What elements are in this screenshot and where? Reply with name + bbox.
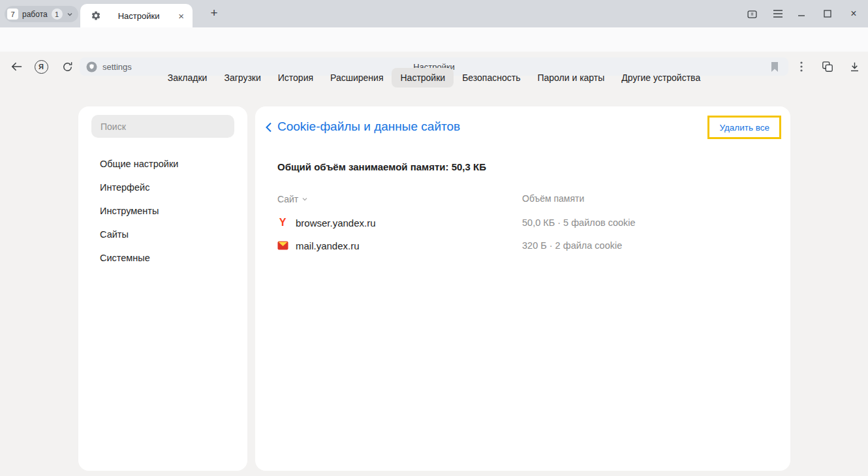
nav-downloads[interactable]: Загрузки (215, 68, 269, 87)
total-memory-label: Общий объём занимаемой памяти: 50,3 КБ (277, 161, 486, 172)
tab-title: Настройки (101, 11, 176, 21)
site-name: mail.yandex.ru (296, 240, 360, 251)
sort-chevron-icon[interactable] (302, 197, 308, 202)
titlebar: 7 работа 1 Настройки × + × (0, 0, 868, 27)
minimize-button[interactable] (794, 6, 809, 22)
settings-nav: Закладки Загрузки История Расширения Нас… (0, 68, 868, 87)
close-button[interactable]: × (846, 6, 861, 22)
back-chevron-icon[interactable] (265, 122, 272, 133)
site-column-header[interactable]: Сайт (277, 194, 308, 204)
page-title[interactable]: Cookie-файлы и данные сайтов (277, 119, 460, 134)
gear-icon (91, 10, 101, 21)
menu-hamburger-icon[interactable] (770, 6, 786, 22)
yandex-browser-favicon: Y (277, 217, 288, 229)
table-header: Сайт Объём памяти (277, 193, 768, 206)
site-size: 50,0 КБ · 5 файлов cookie (522, 217, 636, 228)
chevron-down-icon[interactable] (67, 11, 73, 18)
nav-extensions[interactable]: Расширения (322, 68, 392, 87)
size-column-header: Объём памяти (522, 193, 584, 204)
settings-sidebar: Общие настройки Интерфейс Инструменты Са… (78, 106, 247, 471)
sidebar-item-interface[interactable]: Интерфейс (78, 176, 247, 199)
delete-all-button[interactable]: Удалить все (709, 123, 779, 133)
table-row[interactable]: mail.yandex.ru (277, 238, 360, 253)
nav-passwords[interactable]: Пароли и карты (529, 68, 613, 87)
yandex-mail-favicon (277, 240, 288, 251)
site-name: browser.yandex.ru (296, 217, 376, 229)
nav-settings[interactable]: Настройки (392, 68, 454, 87)
tab-group-chip[interactable]: 7 работа 1 (5, 6, 78, 22)
sidebar-item-sites[interactable]: Сайты (78, 223, 247, 246)
nav-other-devices[interactable]: Другие устройства (613, 68, 709, 87)
table-row[interactable]: Y browser.yandex.ru (277, 215, 376, 230)
tab-group-badge: 7 (7, 8, 18, 20)
browser-window: 7 работа 1 Настройки × + × (0, 0, 868, 476)
new-tab-button[interactable]: + (206, 5, 222, 21)
sidebar-item-system[interactable]: Системные (78, 246, 247, 270)
search-input[interactable] (91, 115, 234, 138)
tab-group-label: работа (22, 10, 48, 19)
nav-security[interactable]: Безопасность (454, 68, 529, 87)
sidebar-item-tools[interactable]: Инструменты (78, 199, 247, 223)
tab-settings[interactable]: Настройки × (80, 4, 193, 27)
maximize-button[interactable] (820, 6, 835, 22)
cookies-panel: Cookie-файлы и данные сайтов Удалить все… (255, 106, 790, 471)
side-panel-icon[interactable] (744, 6, 760, 22)
sidebar-item-general[interactable]: Общие настройки (78, 152, 247, 176)
tab-group-count[interactable]: 1 (52, 8, 63, 20)
tab-close-icon[interactable]: × (176, 10, 186, 22)
delete-all-highlight: Удалить все (707, 116, 781, 139)
site-size: 320 Б · 2 файла cookie (522, 240, 622, 251)
sidebar-list: Общие настройки Интерфейс Инструменты Са… (78, 152, 247, 270)
nav-history[interactable]: История (270, 68, 322, 87)
toolbar: Я settings Настройки (0, 27, 868, 52)
nav-bookmarks[interactable]: Закладки (159, 68, 216, 87)
